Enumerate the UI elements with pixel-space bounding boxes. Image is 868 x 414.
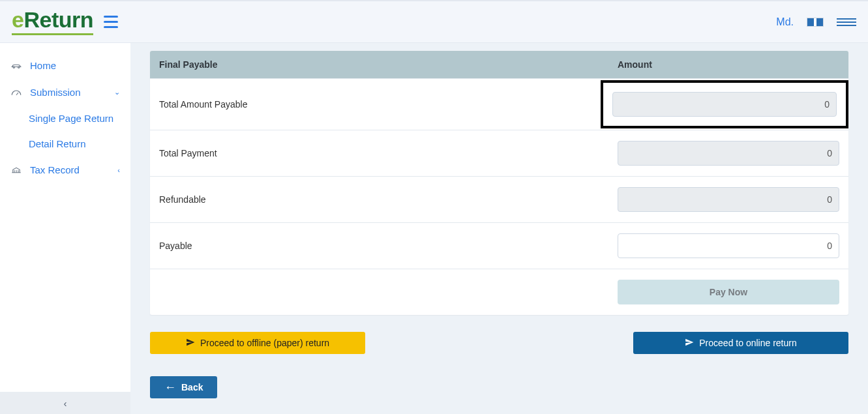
input-payable[interactable] [618,233,839,258]
topbar-right: Md. [776,16,856,28]
sidebar-single-page-label: Single Page Return [29,113,113,124]
row-payable: Payable [150,222,848,269]
logo-rest: eturn [39,7,93,32]
svg-point-0 [13,67,14,68]
topbar: eReturn Md. [0,0,868,43]
sidebar-item-single-page[interactable]: Single Page Return [0,106,130,131]
chevron-down-icon: ⌄ [114,88,120,96]
sidebar-item-home[interactable]: Home [0,52,130,79]
arrow-left-icon: ← [164,381,176,393]
row-total-payment: Total Payment [150,130,848,176]
menu-toggle-icon[interactable] [104,16,118,28]
row-refundable: Refundable [150,176,848,222]
table-header: Final Payable Amount [150,51,848,78]
lines-icon[interactable] [837,18,856,26]
flag-icon[interactable] [807,18,824,27]
back-label: Back [181,382,203,392]
svg-point-1 [18,67,20,68]
building-icon [10,166,22,175]
final-payable-card: Final Payable Amount Total Amount Payabl… [150,51,848,315]
label-refundable: Refundable [159,194,618,205]
label-payable: Payable [159,241,618,251]
car-icon [10,61,22,70]
sidebar-collapse-button[interactable]: ‹ [0,392,130,414]
proceed-offline-label: Proceed to offline (paper) return [200,338,329,348]
input-total-amount-payable [612,92,837,117]
proceed-online-label: Proceed to online return [699,338,796,348]
input-refundable [618,187,839,212]
action-row: Proceed to offline (paper) return Procee… [150,332,848,354]
sidebar-detail-return-label: Detail Return [29,138,86,149]
row-total-amount-payable: Total Amount Payable [150,78,848,130]
gauge-icon [10,88,22,97]
paper-plane-icon [186,338,195,349]
logo-r: R [23,7,39,32]
chevron-left-icon: ‹ [117,166,120,174]
highlighted-amount-cell [601,80,848,128]
label-total-payment: Total Payment [159,148,618,158]
paper-plane-icon [685,338,694,349]
proceed-offline-button[interactable]: Proceed to offline (paper) return [150,332,365,354]
header-label: Final Payable [159,59,618,70]
row-pay-now: Pay Now [150,269,848,315]
sidebar-submission-label: Submission [30,87,81,98]
sidebar-home-label: Home [30,60,56,71]
sidebar-item-submission[interactable]: Submission ⌄ [0,79,130,106]
back-button[interactable]: ← Back [150,376,217,398]
proceed-online-button[interactable]: Proceed to online return [633,332,848,354]
input-total-payment [618,141,839,166]
sidebar-item-detail-return[interactable]: Detail Return [0,131,130,156]
sidebar-tax-record-label: Tax Record [30,164,80,175]
user-name[interactable]: Md. [776,16,794,28]
pay-now-button[interactable]: Pay Now [618,280,839,304]
back-row: ← Back [150,376,848,398]
sidebar: Home Submission ⌄ Single Page Return Det… [0,43,130,414]
app-logo[interactable]: eReturn [12,8,93,35]
label-total-amount-payable: Total Amount Payable [159,99,618,110]
header-amount: Amount [618,59,839,70]
logo-e: e [12,7,23,32]
logo-wrap: eReturn [12,8,118,35]
chevron-left-icon: ‹ [64,398,67,409]
main-content: Final Payable Amount Total Amount Payabl… [130,43,868,414]
sidebar-item-tax-record[interactable]: Tax Record ‹ [0,156,130,183]
